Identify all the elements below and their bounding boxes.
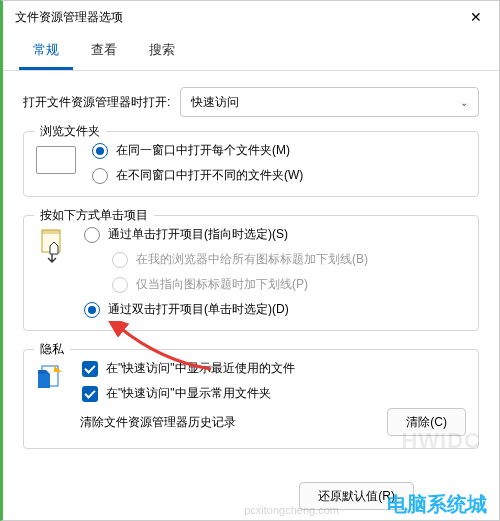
- radio-single-click-label: 通过单击打开项目(指向时选定)(S): [108, 226, 288, 243]
- browse-folders-group: 浏览文件夹 在同一窗口中打开每个文件夹(M) 在不同窗口中打开不同的文件夹(W): [23, 131, 479, 197]
- radio-same-window[interactable]: [92, 143, 108, 159]
- privacy-title: 隐私: [34, 341, 70, 358]
- tab-general[interactable]: 常规: [19, 33, 73, 70]
- watermark-url: pcxitongcheng.com: [244, 504, 339, 516]
- check-frequent-folders-label: 在"快速访问"中显示常用文件夹: [106, 385, 271, 402]
- radio-single-click[interactable]: [84, 227, 100, 243]
- privacy-icon: [36, 362, 66, 392]
- watermark-hwidc: HWIDC: [401, 428, 481, 454]
- titlebar: 文件资源管理器选项 ✕: [3, 1, 499, 33]
- radio-underline-browser-label: 在我的浏览器中给所有图标标题加下划线(B): [136, 251, 368, 268]
- tab-search[interactable]: 搜索: [135, 33, 189, 70]
- radio-underline-point: [112, 277, 128, 293]
- close-icon: ✕: [470, 9, 482, 25]
- open-in-select[interactable]: 快速访问 ⌄: [180, 87, 479, 117]
- tab-bar: 常规 查看 搜索: [3, 33, 499, 71]
- svg-marker-3: [38, 374, 50, 388]
- tab-view[interactable]: 查看: [77, 33, 131, 70]
- open-in-value: 快速访问: [191, 94, 239, 111]
- radio-underline-browser: [112, 252, 128, 268]
- click-thumb-icon: [36, 228, 68, 264]
- radio-double-click-label: 通过双击打开项目(单击时选定)(D): [108, 301, 289, 318]
- check-recent-files-label: 在"快速访问"中显示最近使用的文件: [106, 360, 295, 377]
- check-recent-files[interactable]: [82, 361, 98, 377]
- radio-same-window-label: 在同一窗口中打开每个文件夹(M): [116, 142, 290, 159]
- radio-underline-point-label: 仅当指向图标标题时加下划线(P): [136, 276, 308, 293]
- radio-double-click[interactable]: [84, 302, 100, 318]
- folder-thumb-icon: [36, 146, 76, 174]
- check-frequent-folders[interactable]: [82, 386, 98, 402]
- watermark-brand: 电脑系统城: [387, 491, 487, 518]
- svg-rect-1: [42, 230, 60, 234]
- radio-new-window[interactable]: [92, 168, 108, 184]
- radio-new-window-label: 在不同窗口中打开不同的文件夹(W): [116, 167, 303, 184]
- click-items-group: 按如下方式单击项目 通过单击打开项目(指向时选定)(S) 在我的浏览器中给所有图…: [23, 215, 479, 331]
- window-title: 文件资源管理器选项: [15, 9, 123, 26]
- browse-folders-title: 浏览文件夹: [34, 123, 106, 140]
- clear-history-label: 清除文件资源管理器历史记录: [80, 414, 236, 431]
- click-items-title: 按如下方式单击项目: [34, 207, 154, 224]
- open-in-label: 打开文件资源管理器时打开:: [23, 94, 170, 111]
- close-button[interactable]: ✕: [453, 1, 499, 33]
- chevron-down-icon: ⌄: [460, 97, 468, 108]
